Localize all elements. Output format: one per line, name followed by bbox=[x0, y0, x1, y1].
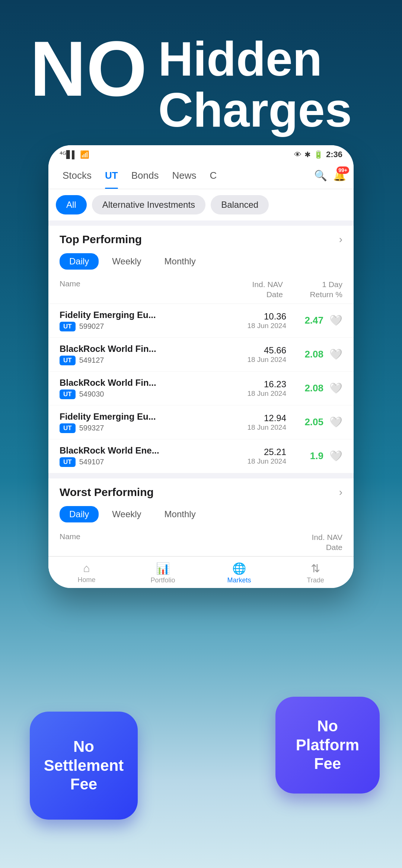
nav-value: 45.66 bbox=[227, 345, 286, 356]
top-performing-header: Top Performing › bbox=[48, 226, 354, 249]
fund-meta: UT 549127 bbox=[60, 356, 227, 365]
pill-alternative[interactable]: Alternative Investments bbox=[92, 195, 205, 214]
hero-charges: Charges bbox=[158, 85, 352, 136]
fund-row[interactable]: Fidelity Emerging Eu... UT 599327 12.94 … bbox=[48, 406, 354, 439]
fund-row[interactable]: BlackRock World Fin... UT 549127 45.66 1… bbox=[48, 338, 354, 372]
worst-performing-chevron[interactable]: › bbox=[339, 486, 342, 498]
fund-nav: 16.23 18 Jun 2024 bbox=[227, 379, 286, 398]
tab-ut[interactable]: UT bbox=[98, 166, 125, 185]
fund-name: BlackRock World Fin... bbox=[60, 378, 227, 388]
heart-icon[interactable]: 🤍 bbox=[329, 416, 342, 428]
nav-icons: 🔍 🔔 99+ bbox=[314, 169, 346, 182]
top-performing-title: Top Performing bbox=[60, 233, 142, 246]
heart-icon[interactable]: 🤍 bbox=[329, 348, 342, 360]
pill-all[interactable]: All bbox=[56, 195, 87, 214]
fund-info: BlackRock World Fin... UT 549030 bbox=[60, 378, 227, 399]
phone-mockup: ⁴ᴳ▋▌ 📶 👁 ✱ 🔋 2:36 Stocks UT Bonds News C… bbox=[48, 145, 354, 588]
fund-name: Fidelity Emerging Eu... bbox=[60, 310, 227, 320]
nav-value: 16.23 bbox=[227, 379, 286, 390]
fund-info: BlackRock World Ene... UT 549107 bbox=[60, 445, 227, 467]
bottom-nav: ⌂ Home 📊 Portfolio 🌐 Markets ⇅ Trade bbox=[48, 556, 354, 588]
fund-code: 599327 bbox=[79, 424, 104, 432]
hero-section: NO Hidden Charges bbox=[30, 30, 372, 135]
bottom-nav-trade[interactable]: ⇅ Trade bbox=[277, 562, 354, 584]
status-left: ⁴ᴳ▋▌ 📶 bbox=[60, 150, 89, 159]
fund-return: 2.08 bbox=[286, 349, 323, 360]
heart-icon[interactable]: 🤍 bbox=[329, 450, 342, 462]
fund-code: 599027 bbox=[79, 322, 104, 331]
fund-info: Fidelity Emerging Eu... UT 599327 bbox=[60, 411, 227, 433]
filter-pills: All Alternative Investments Balanced bbox=[48, 189, 354, 220]
fund-meta: UT 549030 bbox=[60, 390, 227, 399]
fund-name: BlackRock World Ene... bbox=[60, 445, 227, 456]
fund-row[interactable]: Fidelity Emerging Eu... UT 599027 10.36 … bbox=[48, 304, 354, 338]
bottom-nav-home[interactable]: ⌂ Home bbox=[48, 562, 125, 584]
worst-daily-tab[interactable]: Daily bbox=[60, 506, 99, 522]
portfolio-label: Portfolio bbox=[150, 576, 175, 584]
ut-badge: UT bbox=[60, 457, 76, 467]
status-bar: ⁴ᴳ▋▌ 📶 👁 ✱ 🔋 2:36 bbox=[48, 145, 354, 162]
trade-icon: ⇅ bbox=[311, 562, 320, 575]
worst-col-nav-header: Ind. NAV Date bbox=[283, 532, 342, 553]
top-performing-section: Top Performing › Daily Weekly Monthly Na… bbox=[48, 226, 354, 556]
tab-stocks[interactable]: Stocks bbox=[56, 166, 98, 185]
nav-date: 18 Jun 2024 bbox=[227, 356, 286, 364]
fund-code: 549107 bbox=[79, 458, 104, 466]
top-weekly-tab[interactable]: Weekly bbox=[102, 253, 151, 270]
top-performing-chevron[interactable]: › bbox=[339, 233, 342, 245]
tab-bonds[interactable]: Bonds bbox=[125, 166, 166, 185]
markets-icon: 🌐 bbox=[232, 562, 246, 575]
fund-name: Fidelity Emerging Eu... bbox=[60, 411, 227, 422]
fund-return: 2.08 bbox=[286, 382, 323, 394]
return-value: 2.47 bbox=[304, 315, 323, 326]
fund-row[interactable]: BlackRock World Ene... UT 549107 25.21 1… bbox=[48, 439, 354, 473]
col-name-header: Name bbox=[60, 279, 223, 300]
wifi-icon: 📶 bbox=[80, 150, 89, 159]
home-icon: ⌂ bbox=[83, 562, 90, 575]
battery-icon: 🔋 bbox=[314, 150, 323, 159]
nav-date: 18 Jun 2024 bbox=[227, 423, 286, 432]
nav-date: 18 Jun 2024 bbox=[227, 390, 286, 398]
nav-date: 18 Jun 2024 bbox=[227, 322, 286, 330]
tab-c[interactable]: C bbox=[203, 166, 223, 185]
fund-nav: 45.66 18 Jun 2024 bbox=[227, 345, 286, 364]
no-platform-badge: NoPlatformFee bbox=[275, 697, 380, 794]
top-daily-tab[interactable]: Daily bbox=[60, 253, 99, 270]
platform-text: NoPlatformFee bbox=[296, 717, 359, 773]
nav-tabs: Stocks UT Bonds News C 🔍 🔔 99+ bbox=[48, 162, 354, 189]
hero-hidden: Hidden bbox=[158, 34, 352, 85]
return-value: 1.9 bbox=[310, 450, 323, 461]
settlement-text: NoSettlementFee bbox=[44, 737, 124, 794]
nav-value: 12.94 bbox=[227, 413, 286, 423]
fund-meta: UT 599327 bbox=[60, 423, 227, 433]
trade-label: Trade bbox=[307, 576, 324, 584]
col-nav-header: Ind. NAV Date bbox=[223, 279, 283, 300]
fund-return: 1.9 bbox=[286, 450, 323, 462]
tab-news[interactable]: News bbox=[165, 166, 203, 185]
ut-badge: UT bbox=[60, 423, 76, 433]
fund-nav: 12.94 18 Jun 2024 bbox=[227, 413, 286, 432]
bell-icon[interactable]: 🔔 99+ bbox=[333, 169, 346, 182]
heart-icon[interactable]: 🤍 bbox=[329, 314, 342, 327]
fund-nav: 25.21 18 Jun 2024 bbox=[227, 447, 286, 465]
search-icon[interactable]: 🔍 bbox=[314, 169, 327, 182]
worst-monthly-tab[interactable]: Monthly bbox=[155, 506, 205, 522]
hero-no: NO bbox=[30, 30, 147, 108]
top-monthly-tab[interactable]: Monthly bbox=[155, 253, 205, 270]
heart-icon[interactable]: 🤍 bbox=[329, 382, 342, 394]
worst-performing-title: Worst Performing bbox=[60, 486, 154, 499]
col-return-header: 1 Day Return % bbox=[283, 279, 342, 300]
fund-return: 2.47 bbox=[286, 315, 323, 326]
return-value: 2.05 bbox=[304, 416, 323, 427]
return-value: 2.08 bbox=[304, 349, 323, 360]
bluetooth-icon: ✱ bbox=[304, 150, 311, 159]
bottom-nav-markets[interactable]: 🌐 Markets bbox=[201, 562, 277, 584]
fund-meta: UT 599027 bbox=[60, 322, 227, 331]
fund-nav: 10.36 18 Jun 2024 bbox=[227, 311, 286, 330]
fund-row[interactable]: BlackRock World Fin... UT 549030 16.23 1… bbox=[48, 372, 354, 406]
status-right: 👁 ✱ 🔋 2:36 bbox=[294, 150, 342, 159]
fund-name: BlackRock World Fin... bbox=[60, 344, 227, 354]
bottom-nav-portfolio[interactable]: 📊 Portfolio bbox=[125, 562, 201, 584]
worst-weekly-tab[interactable]: Weekly bbox=[102, 506, 151, 522]
pill-balanced[interactable]: Balanced bbox=[211, 195, 269, 214]
